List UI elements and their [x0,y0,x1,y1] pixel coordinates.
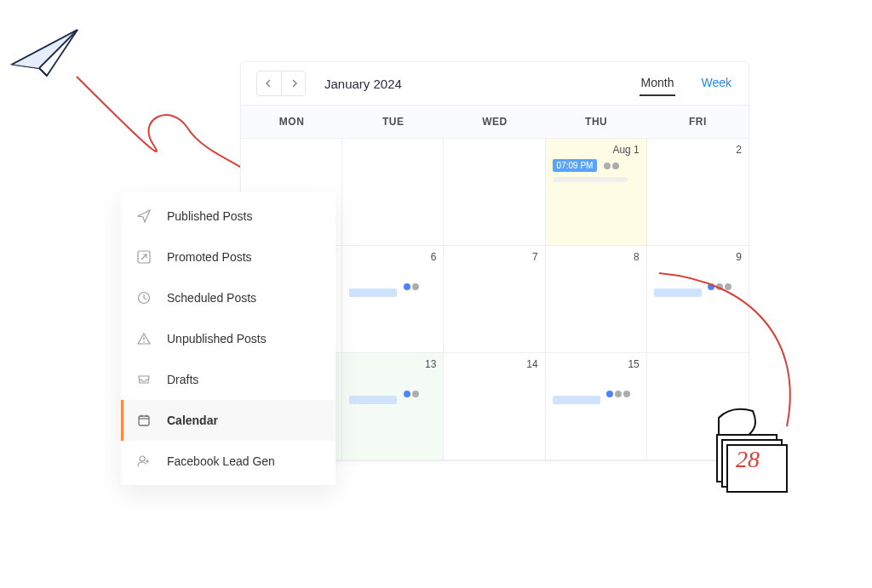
event-bar[interactable] [349,396,397,404]
calendar-header: January 2024 Month Week [241,62,749,106]
cal-cell[interactable] [444,139,545,246]
event-time-chip[interactable]: 07:09 PM [553,159,598,172]
view-tabs: Month Week [640,71,733,96]
weekday-mon: MON [241,106,342,138]
paper-plane-icon [136,208,152,224]
menu-published-posts[interactable]: Published Posts [121,196,336,237]
sketch-day-number: 28 [736,446,760,472]
menu-scheduled-posts[interactable]: Scheduled Posts [121,277,336,318]
calendar-sketch-illustration: 28 [702,401,804,503]
warning-icon [136,331,152,346]
tab-month[interactable]: Month [640,71,676,96]
cell-date: 13 [425,358,436,370]
next-month-button[interactable] [281,71,305,95]
menu-promoted-posts[interactable]: Promoted Posts [121,237,336,277]
user-plus-icon [136,454,152,469]
inbox-icon [136,372,152,387]
cell-date: 8 [634,251,640,263]
cell-date: 15 [628,358,639,370]
cell-date: 6 [431,251,437,263]
swirl-line-decoration [68,68,247,187]
menu-unpublished-posts[interactable]: Unpublished Posts [121,318,336,359]
event-placeholder [553,177,628,182]
menu-calendar[interactable]: Calendar [121,400,336,441]
chevron-right-icon [290,79,298,88]
channel-dots [604,163,619,169]
arrow-up-right-icon [136,249,152,265]
menu-label: Calendar [167,414,218,427]
clock-icon [136,290,152,305]
chevron-left-icon [265,79,273,88]
cal-cell[interactable]: 9 [647,246,749,353]
posts-side-menu: Published Posts Promoted Posts Scheduled… [121,192,336,485]
weekday-tue: TUE [342,106,444,138]
tab-week[interactable]: Week [699,71,733,96]
channel-dots [404,283,419,290]
cell-date: Aug 1 [612,144,639,156]
cal-cell[interactable]: 6 [342,246,444,353]
svg-point-3 [143,341,145,343]
cal-cell[interactable]: 8 [546,246,647,353]
weekday-row: MON TUE WED THU FRI [241,106,749,139]
event-bar[interactable] [349,288,397,297]
channel-dots [606,391,630,397]
menu-label: Drafts [167,373,198,386]
cell-date: 14 [526,358,537,370]
cal-cell[interactable] [342,139,444,246]
cell-date: 2 [736,144,742,156]
weekday-wed: WED [444,106,545,138]
menu-label: Promoted Posts [167,250,252,264]
menu-label: Facebook Lead Gen [167,454,275,468]
cal-cell[interactable]: 7 [444,246,545,353]
channel-dots [404,391,419,397]
calendar-icon [136,413,152,428]
cal-cell[interactable]: 13 [342,353,444,460]
cal-cell[interactable]: 15 [546,353,647,460]
month-nav [256,71,306,96]
cell-date: 9 [736,251,742,263]
weekday-thu: THU [546,106,647,138]
svg-rect-4 [139,416,149,425]
menu-label: Unpublished Posts [167,332,267,345]
weekday-fri: FRI [647,106,749,138]
menu-label: Published Posts [167,209,252,223]
menu-label: Scheduled Posts [167,291,256,305]
menu-drafts[interactable]: Drafts [121,359,336,400]
month-title: January 2024 [324,77,402,91]
svg-point-8 [140,456,145,461]
event-bar[interactable] [654,288,702,297]
paper-plane-illustration [9,22,85,99]
menu-facebook-lead-gen[interactable]: Facebook Lead Gen [121,441,336,482]
prev-month-button[interactable] [257,71,281,95]
cell-date: 7 [532,251,538,263]
cal-cell-aug1[interactable]: Aug 1 07:09 PM [546,139,647,246]
event-bar[interactable] [553,396,600,404]
cal-cell[interactable]: 14 [444,353,545,460]
channel-dots [708,283,731,290]
cal-cell[interactable]: 2 [647,139,749,246]
